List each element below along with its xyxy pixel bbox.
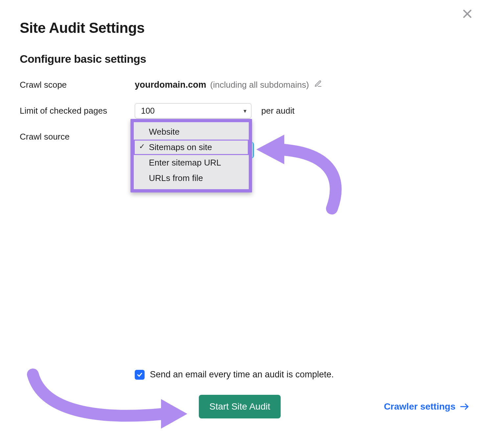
email-notification-label: Send an email every time an audit is com… xyxy=(150,370,334,380)
page-subtitle: Configure basic settings xyxy=(20,53,469,65)
crawl-source-option-enter-sitemap-url[interactable]: Enter sitemap URL xyxy=(134,155,249,170)
page-title: Site Audit Settings xyxy=(20,20,469,36)
pencil-icon xyxy=(314,80,322,88)
check-icon xyxy=(137,372,143,378)
label-limit-pages: Limit of checked pages xyxy=(20,106,135,116)
crawler-settings-link[interactable]: Crawler settings xyxy=(384,401,469,412)
crawl-source-option-sitemaps-on-site[interactable]: Sitemaps on site xyxy=(134,140,249,155)
close-icon xyxy=(461,8,473,20)
crawl-scope-note: (including all subdomains) xyxy=(210,80,309,90)
close-button[interactable] xyxy=(461,8,473,21)
limit-pages-select[interactable]: 100 ▾ xyxy=(135,103,251,119)
start-site-audit-button[interactable]: Start Site Audit xyxy=(199,395,281,418)
row-limit-pages: Limit of checked pages 100 ▾ per audit xyxy=(20,103,469,119)
crawler-settings-label: Crawler settings xyxy=(384,401,455,412)
email-notification-checkbox[interactable] xyxy=(135,370,145,380)
edit-crawl-scope-button[interactable] xyxy=(314,80,322,90)
crawl-source-option-website[interactable]: Website xyxy=(134,124,249,140)
row-crawl-scope: Crawl scope yourdomain.com (including al… xyxy=(20,80,469,90)
crawl-source-option-urls-from-file[interactable]: URLs from file xyxy=(134,170,249,186)
annotation-arrow-dropdown xyxy=(253,130,348,218)
arrow-right-icon xyxy=(460,403,469,410)
limit-pages-suffix: per audit xyxy=(261,106,294,116)
label-crawl-scope: Crawl scope xyxy=(20,80,135,90)
chevron-down-icon: ▾ xyxy=(244,107,246,115)
limit-pages-value: 100 xyxy=(141,106,155,115)
label-crawl-source: Crawl source xyxy=(20,132,135,142)
email-notification-row: Send an email every time an audit is com… xyxy=(135,370,469,380)
crawl-source-dropdown: Website Sitemaps on site Enter sitemap U… xyxy=(130,119,252,192)
crawl-scope-domain: yourdomain.com xyxy=(135,80,206,90)
